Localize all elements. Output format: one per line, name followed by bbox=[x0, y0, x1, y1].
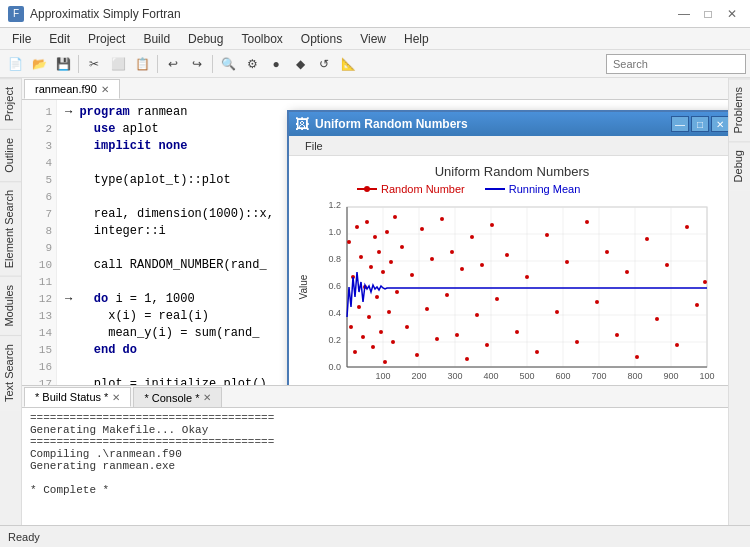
bottom-panel: * Build Status * ✕ * Console * ✕ =======… bbox=[22, 385, 728, 525]
diamond-button[interactable]: ◆ bbox=[289, 53, 311, 75]
content-wrapper: ranmean.f90 ✕ 1234 5678 9101112 13141516… bbox=[22, 78, 728, 525]
maximize-button[interactable]: □ bbox=[698, 4, 718, 24]
tab-build-close[interactable]: ✕ bbox=[112, 392, 120, 403]
svg-point-99 bbox=[635, 355, 639, 359]
menu-help[interactable]: Help bbox=[396, 28, 437, 49]
svg-point-97 bbox=[615, 333, 619, 337]
menu-toolbox[interactable]: Toolbox bbox=[233, 28, 290, 49]
menu-project[interactable]: Project bbox=[80, 28, 133, 49]
close-button[interactable]: ✕ bbox=[722, 4, 742, 24]
tab-build-status[interactable]: * Build Status * ✕ bbox=[24, 387, 131, 407]
chart-area: Uniform Random Numbers Random Number Run… bbox=[289, 156, 728, 385]
tab-close-icon[interactable]: ✕ bbox=[101, 84, 109, 95]
svg-point-41 bbox=[347, 240, 351, 244]
float-minimize[interactable]: — bbox=[671, 116, 689, 132]
refresh-button[interactable]: ↺ bbox=[313, 53, 335, 75]
copy-button[interactable]: ⬜ bbox=[107, 53, 129, 75]
search-input[interactable] bbox=[606, 54, 746, 74]
menu-view[interactable]: View bbox=[352, 28, 394, 49]
sidebar-project[interactable]: Project bbox=[0, 78, 21, 129]
svg-point-47 bbox=[359, 255, 363, 259]
svg-point-57 bbox=[379, 330, 383, 334]
svg-point-65 bbox=[395, 290, 399, 294]
sidebar-left: Project Outline Element Search Modules T… bbox=[0, 78, 22, 525]
svg-point-61 bbox=[387, 310, 391, 314]
svg-point-62 bbox=[389, 260, 393, 264]
svg-text:500: 500 bbox=[519, 371, 534, 381]
svg-point-84 bbox=[490, 223, 494, 227]
new-button[interactable]: 📄 bbox=[4, 53, 26, 75]
sidebar-problems[interactable]: Problems bbox=[729, 78, 750, 141]
build-line-4: Compiling .\ranmean.f90 bbox=[30, 448, 720, 460]
svg-point-106 bbox=[703, 280, 707, 284]
svg-point-67 bbox=[405, 325, 409, 329]
record-button[interactable]: ● bbox=[265, 53, 287, 75]
tab-console-close[interactable]: ✕ bbox=[203, 392, 211, 403]
svg-text:300: 300 bbox=[447, 371, 462, 381]
svg-point-44 bbox=[353, 350, 357, 354]
undo-button[interactable]: ↩ bbox=[162, 53, 184, 75]
float-menu-file[interactable]: File bbox=[297, 140, 331, 152]
menu-file[interactable]: File bbox=[4, 28, 39, 49]
tab-console[interactable]: * Console * ✕ bbox=[133, 387, 222, 407]
menu-debug[interactable]: Debug bbox=[180, 28, 231, 49]
sidebar-element-search[interactable]: Element Search bbox=[0, 181, 21, 276]
search-button[interactable]: 🔍 bbox=[217, 53, 239, 75]
svg-point-82 bbox=[480, 263, 484, 267]
legend-mean-label: Running Mean bbox=[509, 183, 581, 195]
menu-edit[interactable]: Edit bbox=[41, 28, 78, 49]
chart-legend: Random Number Running Mean bbox=[357, 183, 727, 195]
svg-point-66 bbox=[400, 245, 404, 249]
svg-point-60 bbox=[385, 230, 389, 234]
svg-point-48 bbox=[361, 335, 365, 339]
float-menu: File bbox=[289, 136, 728, 156]
svg-text:0.6: 0.6 bbox=[328, 281, 341, 291]
redo-button[interactable]: ↪ bbox=[186, 53, 208, 75]
status-text: Ready bbox=[8, 531, 40, 543]
sidebar-outline[interactable]: Outline bbox=[0, 129, 21, 181]
float-window: 🖼 Uniform Random Numbers — □ ✕ File Unif… bbox=[287, 110, 728, 385]
build-line-complete: * Complete * bbox=[30, 484, 720, 496]
menu-options[interactable]: Options bbox=[293, 28, 350, 49]
menu-build[interactable]: Build bbox=[135, 28, 178, 49]
svg-point-53 bbox=[371, 345, 375, 349]
svg-point-86 bbox=[505, 253, 509, 257]
sidebar-debug[interactable]: Debug bbox=[729, 141, 750, 190]
svg-text:Value: Value bbox=[298, 274, 309, 299]
sidebar-modules[interactable]: Modules bbox=[0, 276, 21, 335]
svg-point-92 bbox=[565, 260, 569, 264]
cut-button[interactable]: ✂ bbox=[83, 53, 105, 75]
build-line-3: ===================================== bbox=[30, 436, 720, 448]
svg-point-105 bbox=[695, 303, 699, 307]
svg-point-80 bbox=[470, 235, 474, 239]
tab-label: ranmean.f90 bbox=[35, 83, 97, 95]
title-bar: F Approximatix Simply Fortran — □ ✕ bbox=[0, 0, 750, 28]
svg-point-75 bbox=[445, 293, 449, 297]
svg-text:200: 200 bbox=[411, 371, 426, 381]
float-maximize[interactable]: □ bbox=[691, 116, 709, 132]
minimize-button[interactable]: — bbox=[674, 4, 694, 24]
svg-point-104 bbox=[685, 225, 689, 229]
float-window-controls: — □ ✕ bbox=[671, 116, 728, 132]
svg-point-100 bbox=[645, 237, 649, 241]
editor-area[interactable]: 1234 5678 9101112 13141516 17181920 21 →… bbox=[22, 100, 728, 385]
gear-button[interactable]: ⚙ bbox=[241, 53, 263, 75]
svg-point-74 bbox=[440, 217, 444, 221]
float-title-bar: 🖼 Uniform Random Numbers — □ ✕ bbox=[289, 112, 728, 136]
app-title: Approximatix Simply Fortran bbox=[30, 7, 181, 21]
ruler-button[interactable]: 📐 bbox=[337, 53, 359, 75]
float-close[interactable]: ✕ bbox=[711, 116, 728, 132]
open-button[interactable]: 📂 bbox=[28, 53, 50, 75]
sidebar-text-search[interactable]: Text Search bbox=[0, 335, 21, 410]
save-button[interactable]: 💾 bbox=[52, 53, 74, 75]
svg-text:0.0: 0.0 bbox=[328, 362, 341, 372]
main-area: Project Outline Element Search Modules T… bbox=[0, 78, 750, 525]
svg-point-52 bbox=[369, 265, 373, 269]
svg-point-72 bbox=[430, 257, 434, 261]
svg-point-96 bbox=[605, 250, 609, 254]
svg-point-89 bbox=[535, 350, 539, 354]
svg-point-64 bbox=[393, 215, 397, 219]
tab-ranmean[interactable]: ranmean.f90 ✕ bbox=[24, 79, 120, 99]
svg-text:0.8: 0.8 bbox=[328, 254, 341, 264]
paste-button[interactable]: 📋 bbox=[131, 53, 153, 75]
